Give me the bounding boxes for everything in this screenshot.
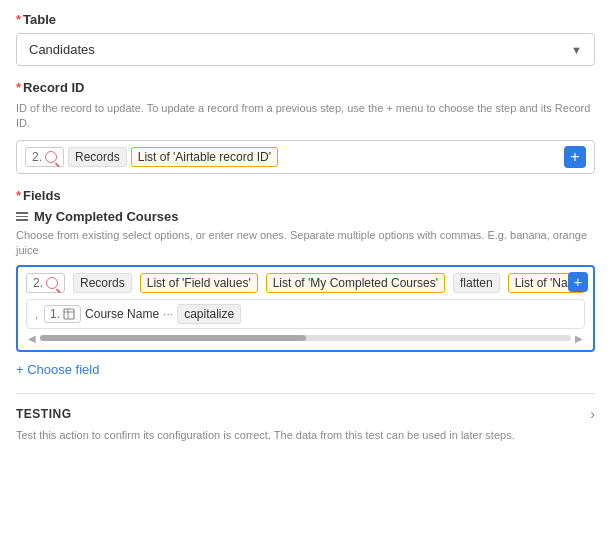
inner-tag-completed-courses: List of 'My Completed Courses' [266,273,445,293]
required-star-record-id: * [16,80,21,95]
table-selected-value: Candidates [29,42,95,57]
record-id-step-num: 2. [32,150,42,164]
field-name-row: My Completed Courses [16,209,595,224]
sub-step-badge: 1. [44,305,81,323]
search-icon [45,151,57,163]
fields-title: Fields [23,188,61,203]
table-section: * Table Candidates ▼ [16,12,595,66]
record-id-tag-records: Records [68,147,127,167]
required-star-table: * [16,12,21,27]
field-value-plus-button[interactable]: + [568,272,588,292]
svg-rect-0 [64,309,74,319]
scroll-left-arrow[interactable]: ◀ [26,333,38,344]
sub-row: , 1. Course Name ··· capitalize [26,299,585,329]
scroll-track[interactable] [40,335,571,341]
table-section-title: Table [23,12,56,27]
choose-field-button[interactable]: + Choose field [16,362,595,377]
field-value-box: + 2. Records List of 'Field values' List… [16,265,595,352]
inner-tag-flatten: flatten [453,273,500,293]
inner-step-badge: 2. [26,273,65,293]
field-help-text: Choose from existing select options, or … [16,228,595,259]
field-group-completed-courses: My Completed Courses Choose from existin… [16,209,595,352]
inner-tag-field-values: List of 'Field values' [140,273,258,293]
record-id-step-badge: 2. [25,147,64,167]
dots-icon: ··· [163,307,173,321]
inner-step-num: 2. [33,276,43,290]
dropdown-arrow-icon: ▼ [571,44,582,56]
field-name-label: My Completed Courses [34,209,178,224]
table-icon [63,308,75,320]
scroll-right-arrow[interactable]: ▶ [573,333,585,344]
hamburger-icon[interactable] [16,212,28,221]
fields-label: * Fields [16,188,595,203]
record-id-tag-list: List of 'Airtable record ID' [131,147,278,167]
scroll-thumb [40,335,306,341]
testing-section: TESTING › Test this action to confirm it… [16,393,595,443]
record-id-tag-row: 2. Records List of 'Airtable record ID' … [16,140,595,174]
record-id-plus-button[interactable]: + [564,146,586,168]
inner-search-icon [46,277,58,289]
testing-title: TESTING [16,407,72,421]
inner-tag-records: Records [73,273,132,293]
fields-section: * Fields My Completed Courses Choose fro… [16,188,595,352]
record-id-title: Record ID [23,80,84,95]
record-id-section: * Record ID ID of the record to update. … [16,80,595,174]
record-id-label: * Record ID [16,80,595,95]
sub-row-comma: , [35,308,38,320]
record-id-help: ID of the record to update. To update a … [16,101,595,132]
course-name-tag: Course Name [85,307,159,321]
scrollbar-container: ◀ ▶ [26,333,585,344]
testing-chevron-icon: › [590,406,595,422]
testing-header[interactable]: TESTING › [16,406,595,422]
sub-step-num: 1. [50,307,60,321]
testing-help-text: Test this action to confirm its configur… [16,428,595,443]
capitalize-tag: capitalize [177,304,241,324]
table-dropdown[interactable]: Candidates ▼ [16,33,595,66]
required-star-fields: * [16,188,21,203]
inner-tag-row: 2. Records List of 'Field values' List o… [26,273,585,293]
table-label: * Table [16,12,595,27]
